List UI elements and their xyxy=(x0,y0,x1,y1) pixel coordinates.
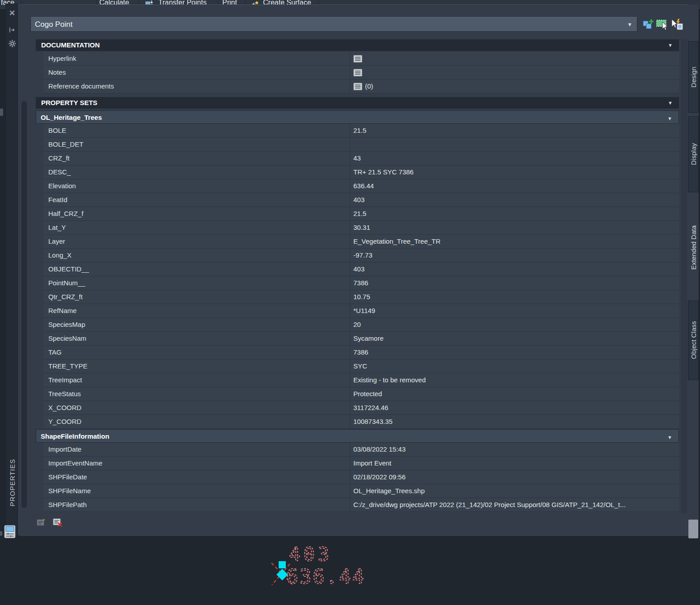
drawing-canvas[interactable]: 403 636.44 xyxy=(0,537,700,605)
tab-label: Object Class xyxy=(690,321,697,359)
group-header-ol-heritage-trees[interactable]: OL_Heritage_Trees ▼ xyxy=(36,110,679,124)
property-value[interactable]: TR+ 21.5 SYC 7386 xyxy=(350,165,679,179)
property-label: Qtr_CRZ_ft xyxy=(43,290,350,304)
property-value-text: 7386 xyxy=(353,276,368,290)
property-value-text: -97.73 xyxy=(353,249,373,262)
property-value[interactable]: 636.44 xyxy=(350,179,679,193)
property-value[interactable]: 30.31 xyxy=(350,221,679,234)
tab-design[interactable]: Design xyxy=(688,41,699,113)
property-value-text: 03/08/2022 15:43 xyxy=(353,443,406,456)
property-row: TAG7386 xyxy=(43,346,679,360)
property-label: Hyperlink xyxy=(43,52,350,65)
property-row: Reference documents(0) xyxy=(43,80,679,93)
property-value[interactable]: SYC xyxy=(350,360,679,373)
select-objects-icon[interactable] xyxy=(670,18,682,30)
property-row: LayerE_Vegetation_Tree_Tree_TR xyxy=(43,235,679,249)
property-value[interactable]: 43 xyxy=(350,152,679,165)
tab-strip-scroll[interactable] xyxy=(688,520,698,538)
details-icon[interactable] xyxy=(353,69,362,76)
property-label: Notes xyxy=(43,66,350,79)
property-value[interactable]: 21.5 xyxy=(350,124,679,137)
property-value[interactable]: Existing - to be removed xyxy=(350,373,679,387)
property-row: RefName*U1149 xyxy=(43,304,679,318)
property-value[interactable]: (0) xyxy=(350,80,679,93)
toggle-value-icon[interactable] xyxy=(642,18,654,30)
property-value[interactable]: 3117224.46 xyxy=(350,401,679,415)
object-type-selector[interactable]: Cogo Point ▼ xyxy=(30,17,637,32)
property-row: Y_COORD10087343.35 xyxy=(43,415,679,429)
quick-select-icon[interactable] xyxy=(656,18,668,30)
properties-palette-titlebar: ✕ PROPERTIES xyxy=(5,4,18,537)
property-value[interactable]: E_Vegetation_Tree_Tree_TR xyxy=(350,235,679,248)
property-value-text: 7386 xyxy=(353,346,368,359)
property-label: SpeciesNam xyxy=(43,332,350,345)
remove-property-set-icon[interactable] xyxy=(53,518,64,529)
group-header-shapefile-information[interactable]: ShapeFileInformation ▼ xyxy=(36,429,679,443)
property-label: TreeImpact xyxy=(43,373,350,387)
gear-icon[interactable] xyxy=(8,39,17,48)
property-value[interactable]: -97.73 xyxy=(350,249,679,262)
property-row: Long_X-97.73 xyxy=(43,249,679,262)
property-label: FeatId xyxy=(43,193,350,207)
chevron-down-icon[interactable]: ▼ xyxy=(668,97,673,109)
chevron-down-icon[interactable]: ▼ xyxy=(668,39,673,51)
property-value[interactable]: 02/18/2022 09:56 xyxy=(350,470,679,484)
group-title: OL_Heritage_Trees xyxy=(41,114,102,121)
property-value[interactable]: *U1149 xyxy=(350,304,679,317)
property-value[interactable]: 403 xyxy=(350,193,679,207)
tab-object-class[interactable]: Object Class xyxy=(688,300,699,380)
property-value[interactable] xyxy=(350,138,679,151)
property-row: ImportEventNameImport Event xyxy=(43,457,679,470)
property-value[interactable]: 7386 xyxy=(350,346,679,359)
property-row: Qtr_CRZ_ft10.75 xyxy=(43,290,679,304)
property-label: Layer xyxy=(43,235,350,248)
property-value[interactable]: Sycamore xyxy=(350,332,679,345)
property-value[interactable]: OL_Heritage_Trees.shp xyxy=(350,484,679,498)
cogo-point-graphic[interactable]: 403 636.44 xyxy=(250,538,394,605)
section-title: DOCUMENTATION xyxy=(41,41,100,49)
chevron-down-icon[interactable]: ▼ xyxy=(667,431,672,444)
property-value[interactable]: 10087343.35 xyxy=(350,415,679,428)
add-property-set-icon[interactable] xyxy=(37,518,47,529)
property-value[interactable]: 403 xyxy=(350,262,679,276)
property-row: FeatId403 xyxy=(43,193,679,207)
autohide-icon[interactable] xyxy=(8,25,17,34)
properties-palette-icon[interactable] xyxy=(4,525,16,540)
property-label: Long_X xyxy=(43,249,350,262)
details-icon[interactable] xyxy=(353,55,362,63)
property-value[interactable]: 20 xyxy=(350,318,679,331)
property-value[interactable]: C:/z_drive/dwg projects/ATP 2022 (21_142… xyxy=(350,498,679,512)
shapefile-rows: ImportDate03/08/2022 15:43ImportEventNam… xyxy=(43,443,679,512)
tab-label: Design xyxy=(690,67,697,88)
property-row: SHPFilePathC:/z_drive/dwg projects/ATP 2… xyxy=(43,498,679,512)
palette-scrollbar[interactable] xyxy=(21,101,27,508)
property-value[interactable] xyxy=(350,66,679,79)
property-value-text: 43 xyxy=(353,152,361,165)
property-value-text: TR+ 21.5 SYC 7386 xyxy=(353,165,414,179)
property-label: TREE_TYPE xyxy=(43,360,350,373)
property-value[interactable] xyxy=(350,52,679,65)
section-header-documentation[interactable]: DOCUMENTATION ▼ xyxy=(36,39,679,51)
close-icon[interactable]: ✕ xyxy=(8,8,17,17)
point-elevation-label: 636.44 xyxy=(286,565,365,588)
tab-display[interactable]: Display xyxy=(688,116,699,192)
chevron-down-icon[interactable]: ▼ xyxy=(667,112,672,125)
section-header-property-sets[interactable]: PROPERTY SETS ▼ xyxy=(36,97,679,109)
property-label: ImportDate xyxy=(43,443,350,456)
palette-tab-strip: Design Display Extended Data Object Clas… xyxy=(688,4,699,537)
details-icon[interactable] xyxy=(353,83,362,90)
property-value[interactable]: Protected xyxy=(350,387,679,401)
tab-extended-data[interactable]: Extended Data xyxy=(688,197,699,299)
property-value[interactable]: 7386 xyxy=(350,276,679,290)
property-row: X_COORD3117224.46 xyxy=(43,401,679,415)
property-value[interactable]: 21.5 xyxy=(350,207,679,220)
property-label: ImportEventName xyxy=(43,457,350,470)
property-value[interactable]: Import Event xyxy=(350,457,679,470)
point-number-label: 403 xyxy=(289,543,332,565)
property-row: TreeImpactExisting - to be removed xyxy=(43,373,679,387)
property-value[interactable]: 03/08/2022 15:43 xyxy=(350,443,679,456)
property-row: Elevation636.44 xyxy=(43,179,679,193)
chevron-down-icon[interactable]: ▼ xyxy=(627,18,632,32)
point-node-square xyxy=(279,561,286,568)
property-value[interactable]: 10.75 xyxy=(350,290,679,304)
